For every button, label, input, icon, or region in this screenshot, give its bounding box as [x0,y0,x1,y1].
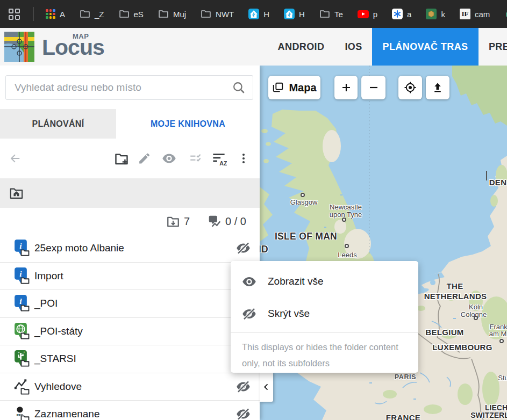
popup-note-line2: only, not its subfolders [242,355,407,371]
site-header: Locus MAP ANDROIDIOSPLÁNOVAČ TRASPRE [0,28,507,66]
bookmark-item[interactable]: NWT [201,9,234,19]
folder-type-icon: i [14,239,34,258]
map-button-label: Mapa [289,82,316,94]
apps-grid-icon[interactable] [9,9,20,20]
back-arrow-icon[interactable] [9,153,21,164]
root-folder-row[interactable] [0,178,260,208]
counts-row: 7 0 / 0 [0,208,260,235]
robot-icon [504,9,507,19]
folder-name: _STARSI [34,353,76,365]
bookmark-label: p [373,10,377,19]
kebab-menu-icon[interactable] [237,152,250,165]
sidebar-collapse-button[interactable] [260,372,273,402]
folder-row-6[interactable]: REC Zaznamenane [0,401,260,420]
bookmark-item[interactable]: _Z [80,9,104,19]
sort-az-icon[interactable] [211,150,227,166]
bookmark-item[interactable]: Te [319,9,343,19]
folder-type-icon: REC [14,405,34,420]
bookmark-item[interactable]: H [248,9,269,19]
logo-sup-text: MAP [73,32,89,40]
nav-item-2[interactable]: PLÁNOVAČ TRAS [372,28,479,66]
folder-name: Zaznamenane [34,408,99,420]
bookmark-label: a [407,10,411,19]
bookmark-folder-icon [319,9,330,19]
folder-type-icon [14,322,34,342]
search-box [5,75,253,100]
eye-icon [242,274,256,289]
zoom-out-button[interactable] [361,76,385,99]
upload-button[interactable] [426,76,449,99]
map-layers-button[interactable]: Mapa [268,76,320,99]
bookmark-item[interactable]: eS [119,9,144,19]
subfolder-badge-icon [20,277,30,284]
tab-moje-knihovna[interactable]: MOJE KNIHOVNA [116,109,260,139]
colored-grid-favicon [46,9,55,19]
locus-map-logo[interactable]: Locus MAP [4,32,112,62]
folder-name: Import [34,270,63,282]
bookmark-item[interactable]: IFcam [460,9,490,19]
layers-icon [272,82,284,93]
search-input[interactable] [6,76,225,99]
bookmark-item[interactable]: p [358,10,377,19]
home-folder-icon [9,186,24,200]
menu-item-show-all[interactable]: Zobrazit vše [231,265,418,298]
subfolder-badge-icon [20,249,30,256]
chevron-left-icon [261,382,272,392]
bookmark-label: cam [475,10,490,19]
nav-item-3[interactable]: PRE [483,28,507,66]
nav-item-1[interactable]: IOS [339,28,368,66]
minus-icon [367,81,380,94]
folder-type-icon: i [14,267,34,286]
locate-me-button[interactable] [398,76,422,99]
edit-pencil-icon[interactable] [138,152,151,165]
bookmark-item[interactable]: A [46,9,65,19]
bookmark-item[interactable]: Muj [158,9,186,19]
folder-row-5[interactable]: Vyhledove [0,373,260,401]
bookmarks-separator [33,7,34,21]
eye-off-icon [242,307,256,321]
bookmark-label: Te [334,10,343,19]
folder-visibility-off-icon[interactable] [236,407,251,420]
folder-row-1[interactable]: i Import [0,263,260,291]
menu-item-hide-all[interactable]: Skrýt vše [231,298,418,330]
folder-row-2[interactable]: i _POI [0,290,260,318]
search-icon[interactable] [225,81,253,95]
subfolder-badge-icon [20,304,30,312]
track-count: 0 / 0 [225,215,246,228]
bookmark-label: Muj [173,10,186,19]
subfolder-badge-icon [20,332,30,339]
multiselect-icon[interactable] [189,151,203,165]
popup-note: This displays or hides the folder conten… [231,333,418,371]
bookmark-label: H [263,10,269,19]
zoom-in-button[interactable] [334,76,358,99]
bookmarks-list: A_ZeSMujNWTHHTepakIFcamx [46,9,507,19]
track-count-icon [208,214,222,228]
folder-row-3[interactable]: _POI-státy [0,318,260,346]
folder-row-0[interactable]: i 25exp moto Albanie [0,235,260,263]
folder-visibility-off-icon[interactable] [236,241,251,256]
bookmark-label: k [441,10,445,19]
bookmark-folder-icon [158,9,169,19]
nav-item-0[interactable]: ANDROID [272,28,331,66]
youtube-icon [358,10,369,18]
bookmark-label: H [299,10,305,19]
bookmark-folder-icon [80,9,90,19]
plus-icon [340,81,353,94]
bookmark-item[interactable]: x [504,9,507,19]
bookmark-item[interactable]: k [426,9,445,19]
logo-puzzle-icon [4,32,34,62]
add-folder-icon[interactable] [114,151,129,166]
tab-planovani[interactable]: PLÁNOVÁNÍ [0,109,116,139]
bookmark-folder-icon [119,9,130,19]
folder-row-4[interactable]: ++ _STARSI [0,345,260,373]
bookmark-label: A [60,10,65,19]
bookmark-item[interactable]: a [392,9,411,19]
folder-type-icon: ++ [14,350,34,369]
bookmark-item[interactable]: H [284,9,305,19]
folder-visibility-off-icon[interactable] [236,379,251,394]
library-toolbar [0,139,260,178]
sidebar-panel: PLÁNOVÁNÍ MOJE KNIHOVNA 7 0 / 0 i 25exp … [0,66,260,420]
folder-name: Vyhledove [34,381,82,393]
subfolder-badge-icon [20,359,30,367]
visibility-eye-icon[interactable] [162,151,176,166]
